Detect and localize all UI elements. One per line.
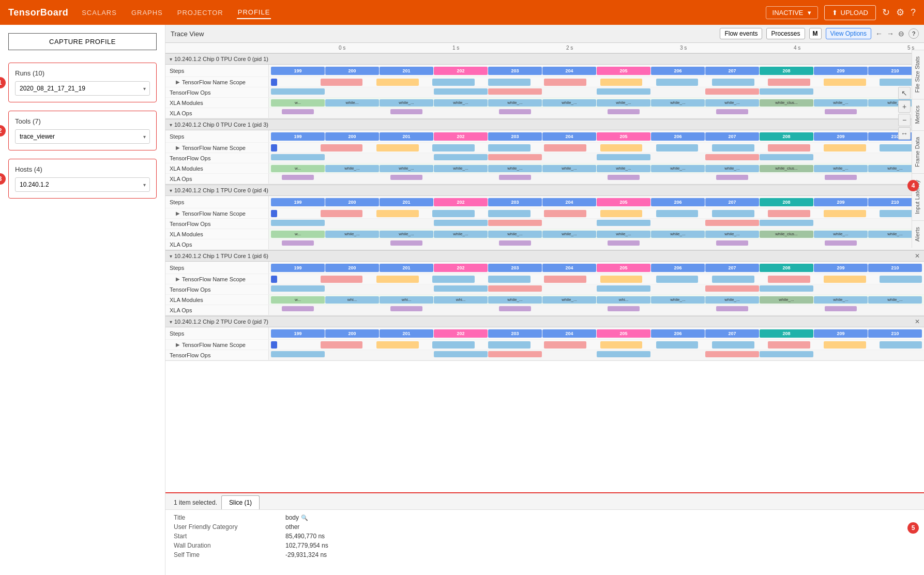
ops-block-4-2-3[interactable] bbox=[434, 351, 488, 357]
step-block-1[interactable]: 200 bbox=[325, 132, 379, 141]
nav-projector[interactable]: PROJECTOR bbox=[176, 7, 224, 19]
flow-events-button[interactable]: Flow events bbox=[720, 28, 762, 39]
scope-block-4-10[interactable] bbox=[824, 341, 866, 349]
step-block-6[interactable]: 205 bbox=[597, 264, 650, 272]
scope-block-0-7[interactable] bbox=[656, 79, 699, 86]
scope-block-3-8[interactable] bbox=[712, 276, 754, 283]
module-block-1[interactable]: while_... bbox=[325, 231, 379, 238]
scope-block-4-2[interactable] bbox=[376, 341, 419, 349]
step-block-8[interactable]: 207 bbox=[705, 264, 759, 272]
step-block-6[interactable]: 205 bbox=[597, 132, 650, 141]
scope-block-0-3[interactable] bbox=[432, 79, 475, 86]
ops-block-3-2-9[interactable] bbox=[760, 285, 813, 292]
module-block-5[interactable]: while_... bbox=[542, 99, 596, 107]
scope-block-3-1[interactable] bbox=[321, 276, 363, 283]
step-block-7[interactable]: 206 bbox=[651, 329, 705, 338]
xlaops-block-1-4-4[interactable] bbox=[499, 175, 531, 180]
row-content-2-3[interactable]: w...while_...while_...while_...while_...… bbox=[269, 229, 924, 239]
nav-profile[interactable]: PROFILE bbox=[237, 6, 271, 19]
xlaops-block-3-4-10[interactable] bbox=[825, 306, 857, 311]
step-block-5[interactable]: 204 bbox=[542, 198, 596, 206]
step-block-2[interactable]: 201 bbox=[380, 198, 433, 206]
module-block-8[interactable]: while_... bbox=[705, 99, 759, 107]
xlaops-block-0-4-0[interactable] bbox=[282, 109, 314, 114]
step-block-5[interactable]: 204 bbox=[542, 329, 596, 338]
ops-block-3-2-6[interactable] bbox=[597, 285, 650, 292]
scope-block-3-6[interactable] bbox=[600, 276, 643, 283]
scope-block-4-1[interactable] bbox=[321, 341, 363, 349]
scope-block-2-5[interactable] bbox=[544, 210, 586, 217]
step-block-7[interactable]: 206 bbox=[651, 67, 705, 75]
processes-button[interactable]: Processes bbox=[766, 28, 805, 39]
ops-block-4-2-8[interactable] bbox=[705, 351, 759, 357]
scope-block-4-7[interactable] bbox=[656, 341, 699, 349]
scope-block-1-3[interactable] bbox=[432, 144, 475, 152]
refresh-icon[interactable]: ↻ bbox=[882, 7, 890, 18]
row-content-2-0[interactable]: 199200201202203204205206207208209210 bbox=[269, 196, 924, 208]
module-block-4[interactable]: while_... bbox=[488, 99, 542, 107]
capture-profile-button[interactable]: CAPTURE PROFILE bbox=[8, 33, 157, 50]
module-block-2[interactable]: whi... bbox=[380, 296, 433, 304]
module-block-8[interactable]: while_... bbox=[705, 165, 759, 172]
ops-block-4-2-4[interactable] bbox=[488, 351, 542, 357]
step-block-6[interactable]: 205 bbox=[597, 67, 650, 75]
module-block-2[interactable]: while_... bbox=[380, 165, 433, 172]
step-block-3[interactable]: 202 bbox=[434, 264, 488, 272]
module-block-1[interactable]: while... bbox=[325, 99, 379, 107]
scope-block-4-11[interactable] bbox=[880, 341, 922, 349]
xlaops-block-2-4-6[interactable] bbox=[608, 240, 640, 246]
xlaops-block-1-4-0[interactable] bbox=[282, 175, 314, 180]
module-block-9[interactable]: while_clus... bbox=[760, 165, 813, 172]
module-block-5[interactable]: while_... bbox=[542, 296, 596, 304]
xlaops-block-1-4-8[interactable] bbox=[716, 175, 748, 180]
scope-block-0-6[interactable] bbox=[600, 79, 643, 86]
scope-block-0-2[interactable] bbox=[376, 79, 419, 86]
nav-right-button[interactable]: → bbox=[887, 29, 894, 38]
scope-block-3-4[interactable] bbox=[488, 276, 531, 283]
module-block-4[interactable]: while_... bbox=[488, 231, 542, 238]
row-content-4-2[interactable] bbox=[269, 350, 924, 360]
ops-block-4-2-9[interactable] bbox=[760, 351, 813, 357]
ops-block-1-2-8[interactable] bbox=[705, 154, 759, 160]
xlaops-block-0-4-2[interactable] bbox=[390, 109, 422, 114]
scope-block-0-10[interactable] bbox=[824, 79, 866, 86]
row-content-3-1[interactable] bbox=[269, 274, 924, 284]
scope-block-0-1[interactable] bbox=[321, 79, 363, 86]
scope-block-3-10[interactable] bbox=[824, 276, 866, 283]
step-block-3[interactable]: 202 bbox=[434, 67, 488, 75]
scope-block-3-9[interactable] bbox=[768, 276, 810, 283]
row-content-0-3[interactable]: w...while...while_...while_...while_...w… bbox=[269, 98, 924, 108]
row-content-4-1[interactable] bbox=[269, 340, 924, 350]
step-block-3[interactable]: 202 bbox=[434, 132, 488, 141]
scope-block-2-9[interactable] bbox=[768, 210, 810, 217]
step-block-10[interactable]: 209 bbox=[814, 132, 868, 141]
module-block-4[interactable]: while_... bbox=[488, 165, 542, 172]
step-block-5[interactable]: 204 bbox=[542, 132, 596, 141]
row-content-1-0[interactable]: 199200201202203204205206207208209210 bbox=[269, 130, 924, 142]
scope-block-2-7[interactable] bbox=[656, 210, 699, 217]
scope-block-1-6[interactable] bbox=[600, 144, 643, 152]
scope-block-2-1[interactable] bbox=[321, 210, 363, 217]
ops-block-0-2-3[interactable] bbox=[434, 88, 488, 95]
scope-block-3-5[interactable] bbox=[544, 276, 586, 283]
module-block-8[interactable]: while_... bbox=[705, 231, 759, 238]
scope-block-1-2[interactable] bbox=[376, 144, 419, 152]
xlaops-block-2-4-8[interactable] bbox=[716, 240, 748, 246]
module-block-3[interactable]: while_... bbox=[434, 99, 488, 107]
row-content-0-0[interactable]: 199200201202203204205206207208209210 bbox=[269, 65, 924, 77]
step-block-0[interactable]: 199 bbox=[271, 67, 325, 75]
step-block-2[interactable]: 201 bbox=[380, 264, 433, 272]
ops-block-1-2-4[interactable] bbox=[488, 154, 542, 160]
frame-data-tab[interactable]: Frame Data bbox=[912, 130, 924, 173]
step-block-10[interactable]: 209 bbox=[814, 264, 868, 272]
hosts-select[interactable]: 10.240.1.2 bbox=[15, 177, 150, 192]
step-block-11[interactable]: 210 bbox=[868, 329, 922, 338]
step-block-9[interactable]: 208 bbox=[760, 329, 813, 338]
xlaops-block-3-4-6[interactable] bbox=[608, 306, 640, 311]
zoom-in-button[interactable]: + bbox=[898, 100, 911, 113]
nav-left-button[interactable]: ← bbox=[875, 29, 883, 38]
ops-block-1-2-9[interactable] bbox=[760, 154, 813, 160]
module-block-5[interactable]: while_... bbox=[542, 231, 596, 238]
step-block-10[interactable]: 209 bbox=[814, 329, 868, 338]
xlaops-block-0-4-6[interactable] bbox=[608, 109, 640, 114]
